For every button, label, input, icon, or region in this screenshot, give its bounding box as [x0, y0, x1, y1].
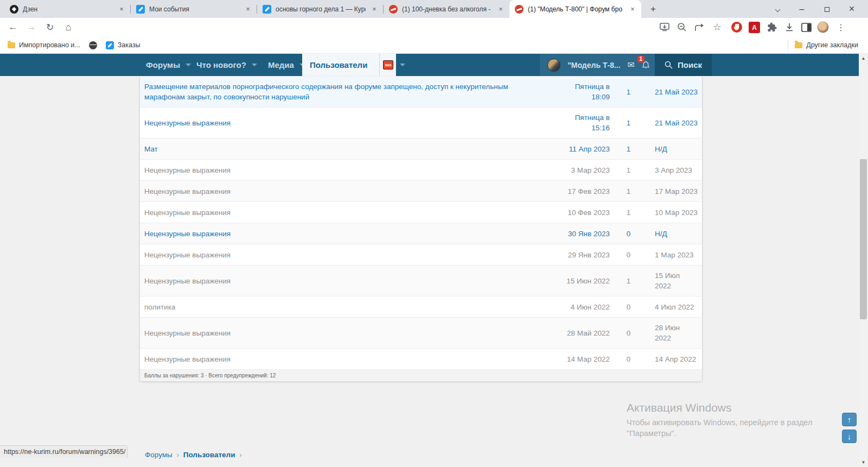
nav-label: Что нового?: [196, 60, 246, 70]
warning-title-link[interactable]: Мат: [144, 144, 557, 154]
nav-item-media[interactable]: Медиа: [265, 54, 308, 76]
bookmark-label: Импортировано и...: [19, 41, 80, 49]
scrollbar-down-arrow[interactable]: ▼: [859, 458, 868, 467]
table-row[interactable]: Нецензурные выражения 17 Фев 2023 1 17 М…: [140, 181, 702, 202]
warning-title-link[interactable]: Нецензурные выражения: [144, 186, 557, 197]
nav-item-sos[interactable]: sos: [380, 54, 409, 76]
warning-title-link[interactable]: политика: [144, 302, 557, 312]
warning-title-link[interactable]: Нецензурные выражения: [144, 165, 557, 175]
install-app-icon[interactable]: [658, 21, 671, 34]
warning-points: 1: [611, 144, 646, 154]
reload-button[interactable]: ↻: [42, 20, 58, 35]
side-panel-icon[interactable]: [800, 21, 813, 34]
watermark-line: Чтобы активировать Windows, перейдите в …: [627, 418, 812, 427]
warning-points: 1: [611, 207, 646, 218]
tab-title: (1) 100-дневка без алкоголя - С: [402, 5, 492, 13]
bookmark-label: Заказы: [118, 41, 141, 49]
table-row[interactable]: Нецензурные выражения Пятница в 15:16 1 …: [140, 108, 702, 138]
tab-close-icon[interactable]: ×: [628, 5, 637, 14]
home-button[interactable]: ⌂: [61, 20, 76, 35]
warning-points: 0: [611, 354, 646, 364]
breadcrumb-forums-link[interactable]: Форумы: [145, 451, 173, 459]
downloads-icon[interactable]: [783, 21, 796, 34]
table-row[interactable]: Нецензурные выражения 29 Янв 2023 0 1 Ма…: [140, 244, 702, 266]
profile-avatar[interactable]: [816, 21, 829, 34]
table-row[interactable]: политика 4 Июн 2022 0 4 Июл 2022: [140, 296, 702, 318]
table-row[interactable]: Мат 11 Апр 2023 1 Н/Д: [140, 138, 702, 160]
inbox-envelope-icon[interactable]: ✉: [628, 60, 635, 70]
table-row[interactable]: Нецензурные выражения 30 Янв 2023 0 Н/Д: [140, 223, 702, 244]
tab-events[interactable]: Мои события ×: [131, 0, 257, 18]
scroll-to-top-button[interactable]: ↑: [842, 413, 857, 426]
user-avatar[interactable]: [547, 59, 560, 72]
tab-close-icon[interactable]: ×: [117, 5, 126, 14]
breadcrumb-users-link[interactable]: Пользователи: [183, 451, 235, 459]
back-button[interactable]: ←: [5, 20, 21, 35]
adblock-extension-icon[interactable]: [730, 21, 743, 34]
page-scrollbar[interactable]: ▲ ▼: [859, 54, 868, 467]
table-row[interactable]: Нецензурные выражения 10 Фев 2023 1 10 М…: [140, 202, 702, 223]
alerts-bell-button[interactable]: 1: [642, 61, 650, 70]
tab-100-days[interactable]: (1) 100-дневка без алкоголя - С ×: [384, 0, 509, 18]
warning-title-link[interactable]: Размещение материалов порнографического …: [144, 81, 557, 102]
bookmark-star-icon[interactable]: ☆: [711, 21, 724, 34]
dzen-favicon-icon: [10, 5, 18, 14]
acrobat-extension-icon[interactable]: A: [748, 21, 761, 34]
tab-search-chevron-icon[interactable]: [765, 0, 790, 18]
scrollbar-up-arrow[interactable]: ▲: [859, 54, 868, 63]
bookmark-imported-folder[interactable]: Импортировано и...: [3, 39, 85, 52]
tab-close-icon[interactable]: ×: [370, 5, 379, 14]
warning-title-link[interactable]: Нецензурные выражения: [144, 354, 557, 364]
share-icon[interactable]: [693, 21, 706, 34]
forward-button[interactable]: →: [24, 20, 39, 35]
warning-date: 30 Янв 2023: [557, 229, 611, 239]
bookmark-globe[interactable]: [85, 39, 101, 52]
warning-title-link[interactable]: Нецензурные выражения: [144, 118, 557, 128]
warning-expiry: 10 Мар 2023: [646, 207, 698, 218]
browser-menu-icon[interactable]: ⋮: [834, 21, 847, 34]
username-label: "Модель Т-8...: [567, 61, 620, 70]
search-button[interactable]: Поиск: [655, 54, 712, 76]
warnings-table: Размещение материалов порнографического …: [139, 77, 703, 382]
warning-expiry: 4 Июл 2022: [646, 302, 698, 312]
tab-model-t800-active[interactable]: (1) "Модель Т-800" | Форум бро ×: [509, 0, 641, 18]
pencil-favicon-icon: [136, 5, 145, 14]
tab-mining-course[interactable]: основы горного дела 1 — Курсо ×: [257, 0, 383, 18]
tab-dzen[interactable]: Дзен ×: [4, 0, 130, 18]
new-tab-button[interactable]: +: [647, 3, 660, 16]
warning-title-link[interactable]: Нецензурные выражения: [144, 250, 557, 260]
close-button[interactable]: ×: [839, 0, 864, 18]
table-row[interactable]: Нецензурные выражения 14 Мар 2022 0 14 А…: [140, 349, 702, 370]
nav-label: Медиа: [268, 60, 294, 70]
scrollbar-thumb[interactable]: [860, 159, 867, 319]
ne-kurim-favicon-icon: [515, 5, 524, 14]
tab-close-icon[interactable]: ×: [244, 5, 252, 14]
account-block[interactable]: "Модель Т-8... ✉ 1: [540, 54, 658, 76]
warning-expiry: 1 Мар 2023: [646, 250, 698, 260]
bookmarks-bar: Импортировано и... Заказы Другие закладк…: [0, 37, 868, 54]
bookmark-orders[interactable]: Заказы: [101, 39, 145, 52]
zoom-out-icon[interactable]: [675, 21, 688, 34]
extensions-puzzle-icon[interactable]: [765, 21, 778, 34]
tab-close-icon[interactable]: ×: [496, 5, 505, 14]
pencil-favicon-icon: [106, 41, 114, 49]
nav-item-forums[interactable]: Форумы: [143, 54, 194, 76]
warning-expiry: 21 Май 2023: [646, 87, 698, 97]
warning-title-link[interactable]: Нецензурные выражения: [144, 229, 557, 239]
bookmarks-divider: [788, 40, 788, 50]
warning-points: 1: [611, 165, 646, 175]
minimize-button[interactable]: –: [789, 0, 814, 18]
nav-item-whats-new[interactable]: Что нового?: [193, 54, 260, 76]
other-bookmarks-button[interactable]: Другие закладки: [790, 39, 863, 52]
restore-button[interactable]: [814, 0, 839, 18]
table-row[interactable]: Размещение материалов порнографического …: [140, 77, 702, 108]
warning-title-link[interactable]: Нецензурные выражения: [144, 207, 557, 218]
warning-title-link[interactable]: Нецензурные выражения: [144, 328, 557, 338]
table-row[interactable]: Нецензурные выражения 3 Мар 2023 1 3 Апр…: [140, 160, 702, 181]
scroll-to-bottom-button[interactable]: ↓: [842, 430, 857, 443]
table-row[interactable]: Нецензурные выражения 15 Июн 2022 1 15 И…: [140, 266, 702, 296]
warning-title-link[interactable]: Нецензурные выражения: [144, 276, 557, 286]
chevron-down-icon: [400, 64, 405, 66]
table-row[interactable]: Нецензурные выражения 28 Май 2022 0 28 И…: [140, 318, 702, 349]
warning-points: 1: [611, 87, 646, 97]
